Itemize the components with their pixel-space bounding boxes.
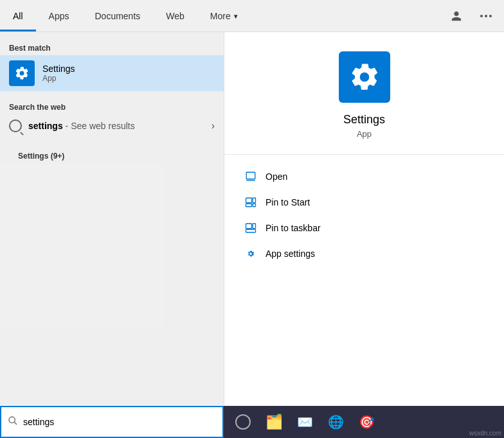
action-divider-top xyxy=(224,154,504,155)
search-web-section: Search the web settings - See web result… xyxy=(0,91,224,140)
person-icon[interactable] xyxy=(445,4,468,28)
taskbar-mail-btn[interactable]: ✉️ xyxy=(291,408,319,436)
taskbar-explorer-btn[interactable]: 🗂️ xyxy=(260,408,288,436)
svg-rect-4 xyxy=(246,198,252,203)
search-box-icon xyxy=(8,416,18,428)
svg-rect-5 xyxy=(253,198,256,203)
settings-count-label: Settings (9+) xyxy=(9,146,215,163)
settings-app-icon xyxy=(9,60,35,86)
mail-icon: ✉️ xyxy=(297,414,313,430)
svg-rect-3 xyxy=(246,172,255,179)
app-settings-icon xyxy=(244,247,258,261)
other-icon: 🎯 xyxy=(359,414,375,430)
svg-rect-6 xyxy=(246,204,252,207)
chevron-down-icon: ▼ xyxy=(233,13,239,20)
best-match-app-type: App xyxy=(42,74,75,83)
open-label: Open xyxy=(266,171,287,182)
context-menu: Open Pin to Start xyxy=(224,164,504,267)
svg-point-2 xyxy=(489,15,492,17)
search-web-text: settings - See web results xyxy=(28,121,135,131)
tab-bar: All Apps Documents Web More ▼ xyxy=(0,0,504,32)
settings-count-section: Settings (9+) xyxy=(0,140,224,166)
ellipsis-icon[interactable] xyxy=(474,4,498,28)
content-area: Best match Settings App Search the web xyxy=(0,32,504,438)
tab-bar-right xyxy=(445,0,504,31)
right-panel: Settings App Open xyxy=(224,32,504,438)
start-menu: All Apps Documents Web More ▼ xyxy=(0,0,504,438)
svg-point-0 xyxy=(480,15,483,17)
tab-more[interactable]: More ▼ xyxy=(197,0,252,31)
action-pin-taskbar[interactable]: Pin to taskbar xyxy=(237,215,491,241)
app-detail-name: Settings xyxy=(343,113,385,127)
svg-point-1 xyxy=(485,15,487,17)
search-web-item[interactable]: settings - See web results › xyxy=(0,114,224,137)
best-match-item[interactable]: Settings App xyxy=(0,55,224,91)
taskbar-chrome-btn[interactable]: 🌐 xyxy=(321,408,350,436)
app-detail-icon xyxy=(339,51,390,103)
taskbar-other-btn[interactable]: 🎯 xyxy=(352,408,381,436)
watermark: wsxdn.com xyxy=(467,428,504,438)
action-app-settings[interactable]: App settings xyxy=(237,241,491,267)
action-open[interactable]: Open xyxy=(237,164,491,189)
explorer-icon: 🗂️ xyxy=(266,414,283,430)
left-panel: Best match Settings App Search the web xyxy=(0,32,224,438)
best-match-app-name: Settings xyxy=(42,64,75,74)
see-results-text: - See web results xyxy=(66,121,135,131)
pin-start-icon xyxy=(244,195,258,209)
svg-rect-9 xyxy=(253,223,256,229)
svg-line-12 xyxy=(14,422,17,425)
svg-rect-10 xyxy=(246,229,256,232)
taskbar: 🗂️ ✉️ 🌐 🎯 wsxdn.com xyxy=(224,406,504,438)
best-match-label: Best match xyxy=(0,39,224,55)
tab-web[interactable]: Web xyxy=(153,0,197,31)
search-input[interactable] xyxy=(23,417,216,427)
app-settings-label: App settings xyxy=(266,249,315,259)
chrome-icon: 🌐 xyxy=(328,414,344,430)
tab-apps[interactable]: Apps xyxy=(36,0,82,31)
cortana-icon xyxy=(235,414,251,430)
search-box-container xyxy=(0,406,224,438)
svg-rect-8 xyxy=(246,223,252,229)
pin-taskbar-label: Pin to taskbar xyxy=(266,223,321,233)
search-web-icon xyxy=(9,119,22,132)
search-web-label: Search the web xyxy=(0,98,224,114)
chevron-right-icon: › xyxy=(212,120,215,132)
pin-taskbar-icon xyxy=(244,221,258,235)
tab-all[interactable]: All xyxy=(0,0,36,31)
action-pin-start[interactable]: Pin to Start xyxy=(237,189,491,215)
app-detail-type: App xyxy=(357,129,372,139)
svg-point-11 xyxy=(9,417,15,423)
tab-documents[interactable]: Documents xyxy=(82,0,153,31)
best-match-app-info: Settings App xyxy=(42,64,75,83)
pin-start-label: Pin to Start xyxy=(266,197,310,207)
open-icon xyxy=(244,170,258,184)
search-keyword: settings xyxy=(28,121,63,131)
svg-rect-7 xyxy=(253,204,256,207)
taskbar-cortana-btn[interactable] xyxy=(229,408,257,436)
